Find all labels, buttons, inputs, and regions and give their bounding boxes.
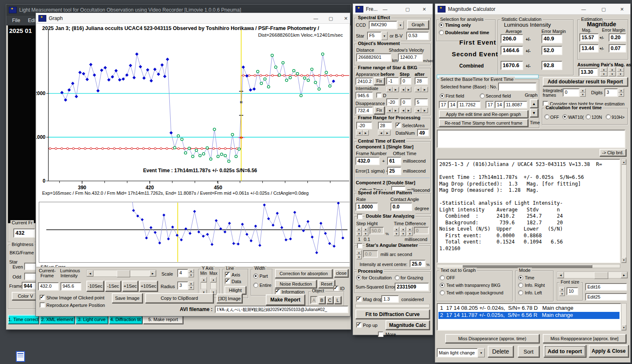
event-list-scrollbar[interactable]: ▼ xyxy=(621,303,627,331)
d-step-field[interactable]: 0 xyxy=(400,98,411,106)
current-frame-field[interactable]: 432 xyxy=(13,228,35,238)
video-frame[interactable]: 2025 01 xyxy=(8,25,35,224)
first-err-field[interactable]: 40.9 xyxy=(541,34,562,43)
after-right-icon[interactable]: ▶ xyxy=(421,87,428,92)
object-b-button[interactable]: B xyxy=(318,296,325,304)
before-left-icon[interactable]: ◀ xyxy=(386,87,393,92)
fresnel-maximize-button[interactable]: ▢ xyxy=(401,4,414,15)
plus-10sec-button[interactable]: +10Sec xyxy=(139,281,158,291)
reread-timestamp-button[interactable]: Re-read Time Stamp from current frame xyxy=(439,119,528,127)
scroll-left-icon[interactable]: ◀ xyxy=(87,270,93,276)
apply-edit-time-button[interactable]: Apply the edit time and Re-open graph xyxy=(439,110,528,118)
double-star-checkbox[interactable] xyxy=(357,214,363,219)
step-right-icon[interactable]: ▶ xyxy=(406,87,411,92)
timing-only-radio[interactable] xyxy=(439,23,444,28)
time-diff-field[interactable]: 0 xyxy=(414,227,429,234)
show-image-checkbox[interactable] xyxy=(40,295,45,300)
part-radio[interactable] xyxy=(253,274,258,279)
sort-button[interactable]: Sort xyxy=(518,346,539,357)
td2-down-icon[interactable]: ▼ xyxy=(400,231,406,236)
3d-image-button[interactable]: [3D] Image xyxy=(217,294,242,303)
report-scroll-down-icon[interactable]: ▼ xyxy=(622,257,626,263)
step-field[interactable]: 0 xyxy=(400,77,411,85)
d-after-right-icon[interactable]: ▶ xyxy=(421,108,428,113)
as1-down-icon[interactable]: ▼ xyxy=(600,72,607,76)
font-size-field[interactable]: 10 xyxy=(567,287,578,295)
selected-frame-field[interactable] xyxy=(498,83,536,91)
frame-scrollbar-thumb[interactable] xyxy=(117,270,130,277)
range-start-left-icon[interactable]: ◀ xyxy=(356,130,363,136)
int-up-icon[interactable]: ▲ xyxy=(580,88,586,93)
graph-pos-scrollbar[interactable]: ◀ ▶ xyxy=(557,271,628,279)
appearance-field[interactable]: 2410.2 xyxy=(355,78,373,85)
clip-board-button[interactable]: -> Clip brd. xyxy=(599,149,626,156)
radius-field[interactable]: 3 xyxy=(177,281,188,290)
datanum-field[interactable]: 49 xyxy=(417,129,429,136)
radius-up-icon[interactable]: ▲ xyxy=(188,281,194,286)
range-end-left-icon[interactable]: ◀ xyxy=(378,130,384,136)
combined-avg-field[interactable]: 1670.6 xyxy=(501,61,523,70)
grazing-radio[interactable] xyxy=(395,275,400,280)
wat100-radio[interactable] xyxy=(562,114,567,119)
second-avg-field[interactable]: 1464.6 xyxy=(501,46,523,55)
step-hight-field[interactable]: 50.0 xyxy=(370,227,384,234)
light-change-select[interactable]: Main light change xyxy=(437,348,478,357)
mag-drop-checkbox[interactable] xyxy=(356,296,362,302)
as3-up-icon[interactable]: ▲ xyxy=(617,67,624,72)
as1-up-icon[interactable]: ▲ xyxy=(600,67,607,72)
mode-info-left-radio[interactable] xyxy=(518,290,523,295)
graph-titlebar[interactable]: Graph xyxy=(36,13,350,24)
miss-reappearance-button[interactable]: Miss Reapppearance [approx. tine] xyxy=(543,334,626,343)
message-box[interactable] xyxy=(437,130,625,148)
graph-down-button[interactable]: ▼ xyxy=(530,108,538,117)
light-curve-plot[interactable]: 390420450200010000 xyxy=(36,24,350,211)
radius-down-icon[interactable]: ▼ xyxy=(188,286,194,290)
as2-down-icon[interactable]: ▼ xyxy=(609,72,616,76)
ymax-up-icon[interactable]: ▲ xyxy=(210,277,217,282)
fix-disappearance-button[interactable]: Fix xyxy=(374,106,385,114)
plus-1sec-button[interactable]: +1Sec xyxy=(122,281,138,291)
occultation-radio[interactable] xyxy=(356,275,361,280)
offset-time-field[interactable]: 61 xyxy=(387,157,401,165)
rate-field[interactable]: 1.0000 xyxy=(355,203,378,211)
assumed-mag-field[interactable]: 13.30 xyxy=(579,68,598,76)
ymax-scrollbar[interactable] xyxy=(210,282,217,289)
d-before-left-icon[interactable]: ◀ xyxy=(386,108,393,113)
ccd-dropdown-icon[interactable]: ▼ xyxy=(397,21,404,29)
font-down-icon[interactable]: ▼ xyxy=(559,291,565,296)
mag-drop-field[interactable]: 1.3 xyxy=(381,295,399,303)
second-err-field[interactable]: 52.0 xyxy=(541,46,562,55)
bv-field[interactable]: 0.53 xyxy=(406,32,429,40)
d-step-right-icon[interactable]: ▶ xyxy=(406,108,411,113)
save-image-button[interactable]: Save Image xyxy=(112,293,143,303)
add-doublestar-button[interactable]: Add doublestar result to Report xyxy=(543,77,628,86)
range-start-field[interactable]: -20 xyxy=(356,122,372,129)
residual-plot[interactable] xyxy=(39,202,350,263)
fix-appearance-button[interactable]: Fix xyxy=(374,77,385,85)
event-list[interactable]: 1 17 14 08.205 +/- 0.024s, S/N= 6.78 D M… xyxy=(437,303,621,331)
t1-min-field[interactable]: 14 xyxy=(448,101,456,108)
ccd-select[interactable]: IMX290 xyxy=(369,21,397,29)
sh1-down-icon[interactable]: ▼ xyxy=(356,231,362,236)
as3-down-icon[interactable]: ▼ xyxy=(617,72,624,76)
text-off-radio[interactable] xyxy=(440,275,445,280)
text-opaque-radio[interactable] xyxy=(440,290,445,295)
d-before-field[interactable]: -20 xyxy=(386,98,399,106)
select-area-checkbox[interactable] xyxy=(395,123,401,128)
graph-pos-thumb[interactable] xyxy=(594,272,608,279)
popup-checkbox[interactable] xyxy=(356,322,362,328)
dig-down-icon[interactable]: ▼ xyxy=(618,93,624,97)
reset-button[interactable]: Reset xyxy=(318,280,335,288)
radio-120n[interactable] xyxy=(586,114,591,119)
magnitude-calc-button[interactable]: Magnitude Calc xyxy=(385,320,430,330)
second-field-radio[interactable] xyxy=(480,93,485,98)
information-checkbox[interactable] xyxy=(275,289,280,294)
off-radio[interactable] xyxy=(544,114,549,119)
td1-down-icon[interactable]: ▼ xyxy=(394,231,399,236)
first-mag-err-field[interactable]: 0.20 xyxy=(609,33,626,42)
timing-step-1[interactable]: 1. Time correct xyxy=(8,315,39,324)
star-type-select[interactable]: F5 xyxy=(367,32,381,40)
sh2-up-icon[interactable]: ▲ xyxy=(363,227,368,231)
event-list-row-1[interactable]: 1 17 14 08.205 +/- 0.024s, S/N= 6.78 D M… xyxy=(438,305,619,312)
first-field-radio[interactable] xyxy=(440,93,445,98)
